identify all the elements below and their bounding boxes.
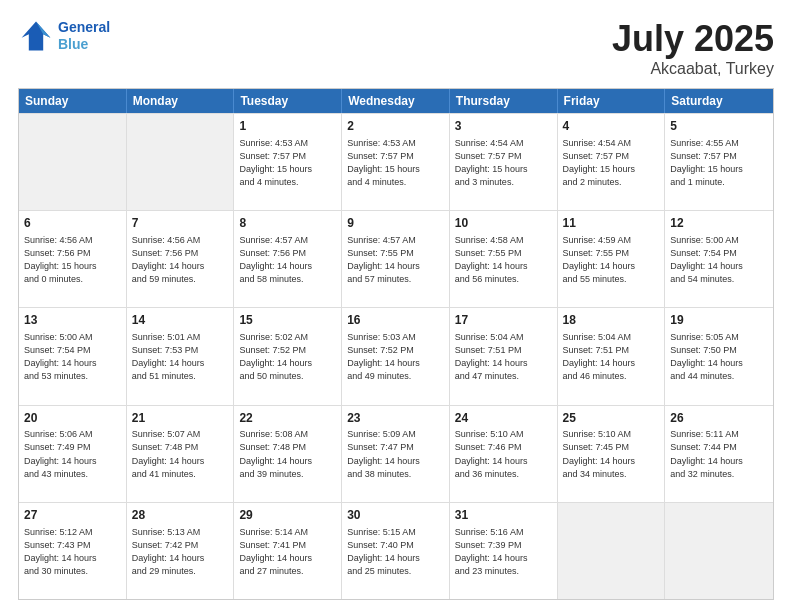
day-info: Sunrise: 5:12 AM Sunset: 7:43 PM Dayligh… bbox=[24, 526, 121, 578]
calendar-cell: 19Sunrise: 5:05 AM Sunset: 7:50 PM Dayli… bbox=[665, 308, 773, 404]
day-number: 7 bbox=[132, 215, 229, 232]
day-number: 22 bbox=[239, 410, 336, 427]
day-info: Sunrise: 4:53 AM Sunset: 7:57 PM Dayligh… bbox=[347, 137, 444, 189]
day-number: 1 bbox=[239, 118, 336, 135]
calendar-cell: 27Sunrise: 5:12 AM Sunset: 7:43 PM Dayli… bbox=[19, 503, 127, 599]
calendar-cell: 2Sunrise: 4:53 AM Sunset: 7:57 PM Daylig… bbox=[342, 114, 450, 210]
day-number: 30 bbox=[347, 507, 444, 524]
calendar-cell: 20Sunrise: 5:06 AM Sunset: 7:49 PM Dayli… bbox=[19, 406, 127, 502]
day-number: 20 bbox=[24, 410, 121, 427]
day-number: 3 bbox=[455, 118, 552, 135]
calendar-cell: 9Sunrise: 4:57 AM Sunset: 7:55 PM Daylig… bbox=[342, 211, 450, 307]
day-number: 31 bbox=[455, 507, 552, 524]
day-number: 21 bbox=[132, 410, 229, 427]
calendar-cell: 12Sunrise: 5:00 AM Sunset: 7:54 PM Dayli… bbox=[665, 211, 773, 307]
day-info: Sunrise: 5:00 AM Sunset: 7:54 PM Dayligh… bbox=[670, 234, 768, 286]
weekday-header-monday: Monday bbox=[127, 89, 235, 113]
day-info: Sunrise: 4:54 AM Sunset: 7:57 PM Dayligh… bbox=[563, 137, 660, 189]
day-info: Sunrise: 5:08 AM Sunset: 7:48 PM Dayligh… bbox=[239, 428, 336, 480]
page: General Blue July 2025 Akcaabat, Turkey … bbox=[0, 0, 792, 612]
day-number: 8 bbox=[239, 215, 336, 232]
day-info: Sunrise: 5:05 AM Sunset: 7:50 PM Dayligh… bbox=[670, 331, 768, 383]
day-info: Sunrise: 4:53 AM Sunset: 7:57 PM Dayligh… bbox=[239, 137, 336, 189]
calendar-cell: 1Sunrise: 4:53 AM Sunset: 7:57 PM Daylig… bbox=[234, 114, 342, 210]
logo-text: General Blue bbox=[58, 19, 110, 53]
calendar-cell: 4Sunrise: 4:54 AM Sunset: 7:57 PM Daylig… bbox=[558, 114, 666, 210]
calendar-row-4: 20Sunrise: 5:06 AM Sunset: 7:49 PM Dayli… bbox=[19, 405, 773, 502]
logo-icon bbox=[18, 18, 54, 54]
day-number: 25 bbox=[563, 410, 660, 427]
day-info: Sunrise: 4:57 AM Sunset: 7:56 PM Dayligh… bbox=[239, 234, 336, 286]
day-number: 5 bbox=[670, 118, 768, 135]
day-info: Sunrise: 5:10 AM Sunset: 7:45 PM Dayligh… bbox=[563, 428, 660, 480]
day-info: Sunrise: 5:02 AM Sunset: 7:52 PM Dayligh… bbox=[239, 331, 336, 383]
calendar-cell: 5Sunrise: 4:55 AM Sunset: 7:57 PM Daylig… bbox=[665, 114, 773, 210]
calendar-row-2: 6Sunrise: 4:56 AM Sunset: 7:56 PM Daylig… bbox=[19, 210, 773, 307]
calendar-cell: 17Sunrise: 5:04 AM Sunset: 7:51 PM Dayli… bbox=[450, 308, 558, 404]
day-info: Sunrise: 5:04 AM Sunset: 7:51 PM Dayligh… bbox=[455, 331, 552, 383]
day-number: 23 bbox=[347, 410, 444, 427]
day-info: Sunrise: 5:11 AM Sunset: 7:44 PM Dayligh… bbox=[670, 428, 768, 480]
calendar-cell bbox=[558, 503, 666, 599]
day-number: 6 bbox=[24, 215, 121, 232]
day-info: Sunrise: 5:14 AM Sunset: 7:41 PM Dayligh… bbox=[239, 526, 336, 578]
title-block: July 2025 Akcaabat, Turkey bbox=[612, 18, 774, 78]
calendar-cell: 14Sunrise: 5:01 AM Sunset: 7:53 PM Dayli… bbox=[127, 308, 235, 404]
weekday-header-sunday: Sunday bbox=[19, 89, 127, 113]
day-number: 11 bbox=[563, 215, 660, 232]
day-info: Sunrise: 5:03 AM Sunset: 7:52 PM Dayligh… bbox=[347, 331, 444, 383]
day-info: Sunrise: 4:59 AM Sunset: 7:55 PM Dayligh… bbox=[563, 234, 660, 286]
weekday-header-tuesday: Tuesday bbox=[234, 89, 342, 113]
calendar-cell: 16Sunrise: 5:03 AM Sunset: 7:52 PM Dayli… bbox=[342, 308, 450, 404]
calendar: SundayMondayTuesdayWednesdayThursdayFrid… bbox=[18, 88, 774, 600]
day-info: Sunrise: 5:00 AM Sunset: 7:54 PM Dayligh… bbox=[24, 331, 121, 383]
page-subtitle: Akcaabat, Turkey bbox=[612, 60, 774, 78]
day-number: 24 bbox=[455, 410, 552, 427]
calendar-cell: 15Sunrise: 5:02 AM Sunset: 7:52 PM Dayli… bbox=[234, 308, 342, 404]
calendar-cell: 30Sunrise: 5:15 AM Sunset: 7:40 PM Dayli… bbox=[342, 503, 450, 599]
day-info: Sunrise: 5:10 AM Sunset: 7:46 PM Dayligh… bbox=[455, 428, 552, 480]
weekday-header-saturday: Saturday bbox=[665, 89, 773, 113]
calendar-cell: 13Sunrise: 5:00 AM Sunset: 7:54 PM Dayli… bbox=[19, 308, 127, 404]
day-info: Sunrise: 5:01 AM Sunset: 7:53 PM Dayligh… bbox=[132, 331, 229, 383]
logo-general: General bbox=[58, 19, 110, 35]
calendar-cell: 8Sunrise: 4:57 AM Sunset: 7:56 PM Daylig… bbox=[234, 211, 342, 307]
calendar-row-5: 27Sunrise: 5:12 AM Sunset: 7:43 PM Dayli… bbox=[19, 502, 773, 599]
day-info: Sunrise: 5:16 AM Sunset: 7:39 PM Dayligh… bbox=[455, 526, 552, 578]
day-number: 12 bbox=[670, 215, 768, 232]
day-info: Sunrise: 5:09 AM Sunset: 7:47 PM Dayligh… bbox=[347, 428, 444, 480]
calendar-cell: 28Sunrise: 5:13 AM Sunset: 7:42 PM Dayli… bbox=[127, 503, 235, 599]
calendar-cell bbox=[19, 114, 127, 210]
day-info: Sunrise: 4:56 AM Sunset: 7:56 PM Dayligh… bbox=[132, 234, 229, 286]
calendar-cell: 18Sunrise: 5:04 AM Sunset: 7:51 PM Dayli… bbox=[558, 308, 666, 404]
day-number: 15 bbox=[239, 312, 336, 329]
calendar-cell: 21Sunrise: 5:07 AM Sunset: 7:48 PM Dayli… bbox=[127, 406, 235, 502]
calendar-cell bbox=[665, 503, 773, 599]
calendar-row-3: 13Sunrise: 5:00 AM Sunset: 7:54 PM Dayli… bbox=[19, 307, 773, 404]
day-number: 17 bbox=[455, 312, 552, 329]
logo: General Blue bbox=[18, 18, 110, 54]
page-title: July 2025 bbox=[612, 18, 774, 60]
day-info: Sunrise: 4:57 AM Sunset: 7:55 PM Dayligh… bbox=[347, 234, 444, 286]
weekday-header-wednesday: Wednesday bbox=[342, 89, 450, 113]
day-info: Sunrise: 4:55 AM Sunset: 7:57 PM Dayligh… bbox=[670, 137, 768, 189]
calendar-cell: 31Sunrise: 5:16 AM Sunset: 7:39 PM Dayli… bbox=[450, 503, 558, 599]
day-info: Sunrise: 5:13 AM Sunset: 7:42 PM Dayligh… bbox=[132, 526, 229, 578]
day-info: Sunrise: 5:07 AM Sunset: 7:48 PM Dayligh… bbox=[132, 428, 229, 480]
weekday-header-thursday: Thursday bbox=[450, 89, 558, 113]
calendar-row-1: 1Sunrise: 4:53 AM Sunset: 7:57 PM Daylig… bbox=[19, 113, 773, 210]
calendar-cell: 22Sunrise: 5:08 AM Sunset: 7:48 PM Dayli… bbox=[234, 406, 342, 502]
day-info: Sunrise: 5:06 AM Sunset: 7:49 PM Dayligh… bbox=[24, 428, 121, 480]
day-number: 18 bbox=[563, 312, 660, 329]
day-number: 26 bbox=[670, 410, 768, 427]
calendar-cell: 6Sunrise: 4:56 AM Sunset: 7:56 PM Daylig… bbox=[19, 211, 127, 307]
day-number: 19 bbox=[670, 312, 768, 329]
calendar-body: 1Sunrise: 4:53 AM Sunset: 7:57 PM Daylig… bbox=[19, 113, 773, 599]
day-number: 10 bbox=[455, 215, 552, 232]
weekday-header-friday: Friday bbox=[558, 89, 666, 113]
day-info: Sunrise: 4:56 AM Sunset: 7:56 PM Dayligh… bbox=[24, 234, 121, 286]
day-number: 4 bbox=[563, 118, 660, 135]
calendar-header: SundayMondayTuesdayWednesdayThursdayFrid… bbox=[19, 89, 773, 113]
calendar-cell: 25Sunrise: 5:10 AM Sunset: 7:45 PM Dayli… bbox=[558, 406, 666, 502]
header: General Blue July 2025 Akcaabat, Turkey bbox=[18, 18, 774, 78]
